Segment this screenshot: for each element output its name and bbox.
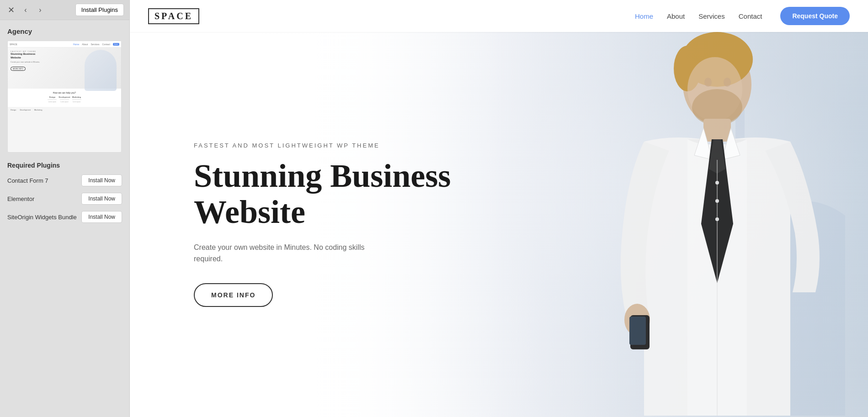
svg-point-15 bbox=[715, 181, 719, 185]
install-now-contact-form-button[interactable]: Install Now bbox=[81, 174, 122, 186]
hero-subtitle: FASTEST AND MOST LIGHTWEIGHT WP THEME bbox=[194, 142, 459, 149]
thumb-bottom: Design Development Marketing bbox=[8, 107, 121, 121]
svg-point-16 bbox=[715, 199, 719, 203]
close-button[interactable]: ✕ bbox=[5, 5, 16, 16]
svg-rect-13 bbox=[629, 317, 646, 345]
plugin-row-elementor: Elementor Install Now bbox=[7, 193, 122, 205]
top-bar: ✕ ‹ › Install Plugins bbox=[0, 0, 129, 20]
site-nav: Home About Services Contact Request Quot… bbox=[635, 7, 850, 25]
svg-rect-10 bbox=[703, 119, 731, 142]
website-wrapper: SPACE Home About Services Contact Reques… bbox=[130, 0, 868, 417]
plugin-name-elementor: Elementor bbox=[7, 195, 34, 202]
back-button[interactable]: ‹ bbox=[20, 5, 31, 16]
required-plugins-label: Required Plugins bbox=[7, 162, 122, 169]
nav-about[interactable]: About bbox=[667, 12, 685, 20]
svg-point-17 bbox=[715, 217, 719, 221]
hero-description: Create your own website in Minutes. No c… bbox=[194, 242, 386, 265]
plugin-row-siteorigin: SiteOrigin Widgets Bundle Install Now bbox=[7, 211, 122, 223]
person-figure-svg bbox=[553, 18, 845, 416]
agency-label: Agency bbox=[7, 27, 122, 35]
plugin-name-siteorigin: SiteOrigin Widgets Bundle bbox=[7, 214, 77, 221]
plugin-row-contact-form: Contact Form 7 Install Now bbox=[7, 174, 122, 186]
site-navbar: SPACE Home About Services Contact Reques… bbox=[130, 0, 868, 32]
hero-content: FASTEST AND MOST LIGHTWEIGHT WP THEME St… bbox=[130, 142, 459, 307]
hero-title: Stunning Business Website bbox=[194, 158, 459, 230]
plugin-name-contact-form: Contact Form 7 bbox=[7, 177, 48, 184]
install-plugins-button[interactable]: Install Plugins bbox=[75, 4, 124, 16]
request-quote-button[interactable]: Request Quote bbox=[780, 7, 850, 25]
thumb-nav: Home About Services Contact Quote bbox=[73, 43, 119, 46]
install-now-siteorigin-button[interactable]: Install Now bbox=[81, 211, 122, 223]
nav-contact[interactable]: Contact bbox=[739, 12, 762, 20]
thumb-header: SPACE Home About Services Contact Quote bbox=[8, 41, 121, 48]
nav-services[interactable]: Services bbox=[698, 12, 725, 20]
thumb-hero: FASTEST WP THEME Stunning BusinessWebsit… bbox=[8, 48, 121, 89]
svg-point-8 bbox=[704, 78, 712, 87]
panel-content: Agency SPACE Home About Services Contact… bbox=[0, 20, 129, 417]
thumb-section: How we can help you? DesignLorem ipsum D… bbox=[8, 89, 121, 107]
install-now-elementor-button[interactable]: Install Now bbox=[81, 193, 122, 205]
preview-thumbnail[interactable]: SPACE Home About Services Contact Quote … bbox=[7, 41, 122, 153]
svg-point-9 bbox=[724, 78, 731, 87]
forward-button[interactable]: › bbox=[35, 5, 46, 16]
more-info-button[interactable]: MORE INFO bbox=[194, 283, 273, 307]
nav-home[interactable]: Home bbox=[635, 12, 653, 20]
right-panel: SPACE Home About Services Contact Reques… bbox=[130, 0, 868, 417]
site-logo[interactable]: SPACE bbox=[148, 8, 199, 24]
left-panel: ✕ ‹ › Install Plugins Agency SPACE Home … bbox=[0, 0, 130, 417]
